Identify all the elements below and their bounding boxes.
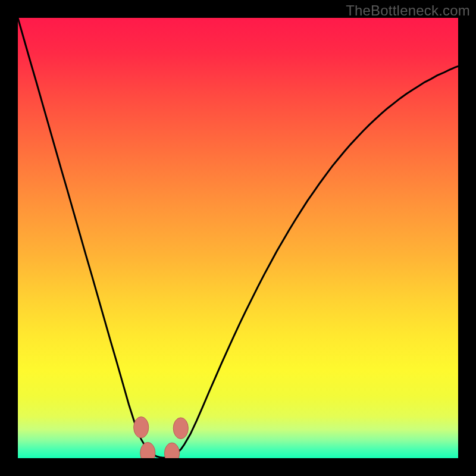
watermark-text: TheBottleneck.com (346, 2, 470, 19)
chart-frame: TheBottleneck.com (0, 0, 476, 476)
bottleneck-plot (18, 18, 458, 458)
curve-dot (134, 416, 149, 438)
plot-background (18, 18, 458, 458)
curve-dot (173, 418, 188, 439)
